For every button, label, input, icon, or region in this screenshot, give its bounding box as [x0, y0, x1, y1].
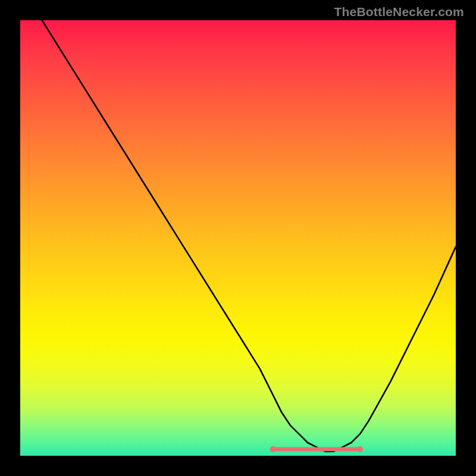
min-band-dot-right — [357, 446, 363, 452]
attribution-text: TheBottleNecker.com — [334, 5, 464, 19]
bottleneck-chart: TheBottleNecker.com — [0, 0, 476, 476]
bottleneck-curve-path — [42, 20, 456, 452]
plot-area — [20, 20, 456, 456]
curve-layer — [20, 20, 456, 456]
min-band-dot-left — [270, 446, 276, 452]
